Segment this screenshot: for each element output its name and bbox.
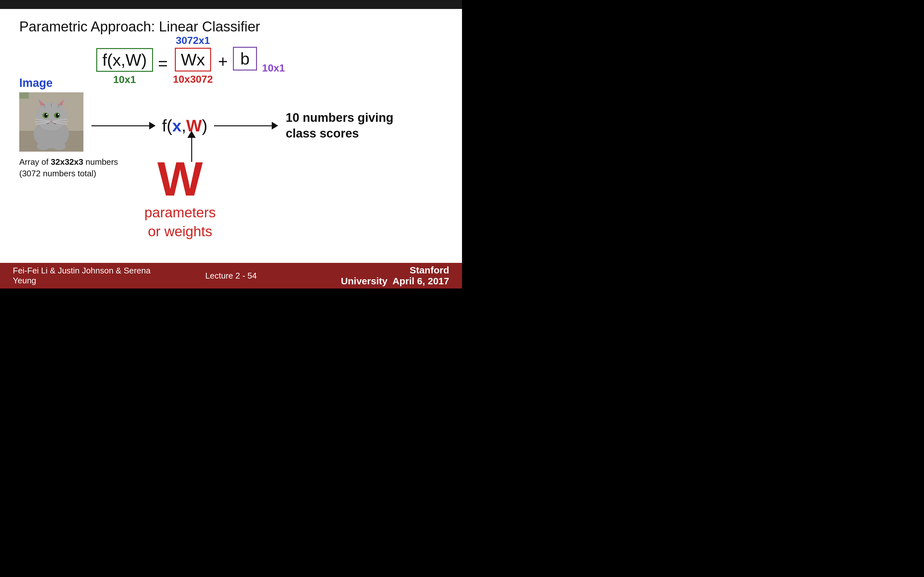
- params-line2: or weights: [148, 223, 212, 239]
- footer-left: Fei-Fei Li & Justin Johnson & Serena Yeu…: [13, 266, 158, 285]
- array-suffix: numbers: [83, 157, 118, 167]
- stanford-text: Stanford University April 6, 2017: [304, 265, 449, 287]
- array-label: Array of: [19, 157, 51, 167]
- fxw-box: f(x,W): [96, 48, 153, 72]
- left-arrow-line: [91, 125, 149, 126]
- svg-point-24: [37, 142, 50, 150]
- image-label: Image: [19, 76, 118, 90]
- equals-sign: =: [158, 54, 168, 73]
- output-text: 10 numbers giving class scores: [286, 110, 395, 142]
- cat-svg: [19, 92, 83, 152]
- fx-label: f(x,W): [162, 116, 208, 135]
- formula-section: f(x,W) 10x1 = 3072x1 Wx 10x3072 + b: [96, 35, 443, 85]
- dim-red: 10x3072: [173, 73, 213, 85]
- svg-rect-26: [19, 92, 29, 99]
- dim-purple: 10x1: [262, 62, 285, 74]
- right-arrow-line: [214, 125, 272, 126]
- fx-x: x: [172, 116, 182, 135]
- arrowhead-up: [187, 131, 196, 138]
- left-arrowhead: [149, 122, 156, 129]
- right-arrowhead: [272, 122, 278, 129]
- b-box: b: [233, 47, 257, 71]
- top-bar: [0, 0, 462, 9]
- footer-center: Lecture 2 - 54: [158, 271, 304, 281]
- cat-image: [19, 92, 83, 152]
- left-arrow: [91, 122, 156, 129]
- university-label: University: [341, 276, 388, 286]
- footer-right: Stanford University April 6, 2017: [304, 265, 449, 287]
- params-line1: parameters: [144, 205, 216, 220]
- dim-blue: 3072x1: [176, 35, 210, 47]
- right-arrow: [214, 122, 278, 129]
- bottom-bar: Fei-Fei Li & Justin Johnson & Serena Yeu…: [0, 263, 462, 288]
- plus-sign: +: [218, 52, 228, 71]
- big-w-section: W parameters or weights: [144, 155, 216, 241]
- array-dims: 32x32x3: [51, 157, 83, 167]
- svg-point-13: [58, 114, 59, 115]
- slide-container: Parametric Approach: Linear Classifier f…: [0, 0, 462, 288]
- big-w: W: [144, 155, 216, 203]
- svg-point-25: [53, 142, 66, 150]
- wx-box: Wx: [175, 48, 211, 71]
- date-label: April 6, 2017: [393, 276, 449, 286]
- ten-label: 10: [286, 111, 299, 124]
- slide-content: Parametric Approach: Linear Classifier f…: [0, 9, 462, 263]
- slide-title: Parametric Approach: Linear Classifier: [19, 19, 443, 35]
- total-desc: (3072 numbers total): [19, 169, 96, 178]
- stanford-label: Stanford: [410, 265, 449, 276]
- arrow-row: f(x,W) 10 numbers giving class scores: [91, 110, 395, 142]
- wx-group: 3072x1 Wx 10x3072: [173, 35, 213, 85]
- svg-point-12: [46, 114, 47, 115]
- image-desc: Array of 32x32x3 numbers (3072 numbers t…: [19, 156, 118, 179]
- b-group: b: [233, 35, 257, 71]
- params-label: parameters or weights: [144, 203, 216, 241]
- formula-row: f(x,W) 10x1 = 3072x1 Wx 10x3072 + b: [96, 35, 443, 85]
